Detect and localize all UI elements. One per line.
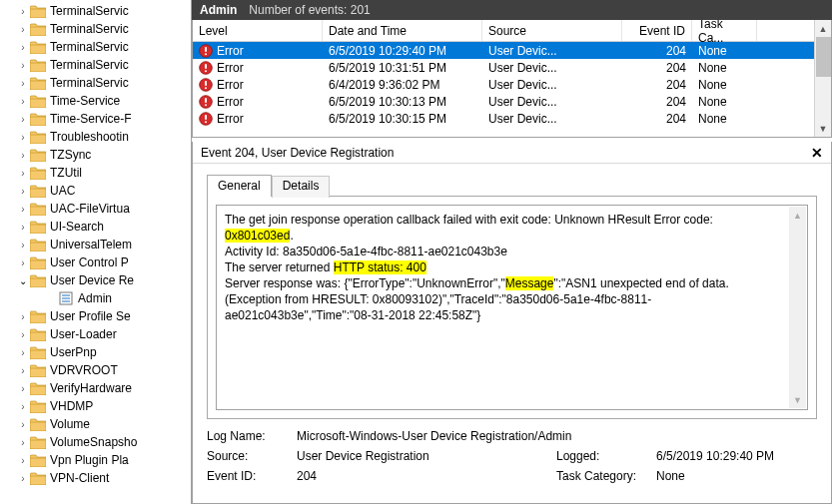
chevron-right-icon[interactable]: › [16, 240, 30, 251]
chevron-right-icon[interactable]: › [16, 347, 30, 358]
cell-eventid: 204 [622, 59, 692, 76]
table-row[interactable]: Error6/5/2019 10:31:51 PMUser Devic...20… [193, 59, 831, 76]
cell-source: User Devic... [482, 42, 622, 59]
tree-item[interactable]: ›Volume [0, 415, 191, 433]
chevron-right-icon[interactable]: › [16, 204, 30, 215]
scroll-up-icon[interactable]: ▲ [815, 20, 831, 37]
tree-item[interactable]: ›Troubleshootin [0, 128, 191, 146]
tree-item[interactable]: ›VPN-Client [0, 469, 191, 487]
chevron-right-icon[interactable]: › [16, 168, 30, 179]
folder-icon [30, 273, 46, 287]
tree-item[interactable]: ›VHDMP [0, 397, 191, 415]
chevron-right-icon[interactable]: › [16, 437, 30, 448]
error-icon [199, 44, 213, 58]
scroll-up-icon[interactable]: ▲ [789, 207, 806, 224]
chevron-right-icon[interactable]: › [16, 150, 30, 161]
col-level[interactable]: Level [193, 20, 323, 41]
chevron-right-icon[interactable]: › [16, 329, 30, 340]
tree-sidebar[interactable]: ›TerminalServic›TerminalServic›TerminalS… [0, 0, 192, 504]
tree-item[interactable]: ›TerminalServic [0, 38, 191, 56]
tree-item[interactable]: ›UserPnp [0, 343, 191, 361]
table-row[interactable]: Error6/4/2019 9:36:02 PMUser Devic...204… [193, 76, 831, 93]
tree-item[interactable]: ›UniversalTelem [0, 236, 191, 253]
tree-item[interactable]: ›TerminalServic [0, 20, 191, 38]
tree-item[interactable]: ›User Control P [0, 253, 191, 271]
events-header-row[interactable]: Level Date and Time Source Event ID Task… [193, 20, 831, 42]
chevron-right-icon[interactable]: › [16, 419, 30, 430]
tree-item[interactable]: ›User-Loader [0, 325, 191, 343]
tree-item[interactable]: ›Time-Service [0, 92, 191, 110]
chevron-right-icon[interactable]: › [16, 24, 30, 35]
tree-item[interactable]: ›UI-Search [0, 218, 191, 236]
cell-level-text: Error [217, 44, 244, 58]
tree-item-label: Volume [48, 417, 90, 431]
chevron-right-icon[interactable]: › [16, 78, 30, 89]
tree-item[interactable]: ›TZUtil [0, 164, 191, 182]
chevron-right-icon[interactable]: › [16, 186, 30, 197]
close-icon[interactable]: ✕ [811, 145, 823, 161]
event-message[interactable]: The get join response operation callback… [216, 205, 808, 410]
folder-icon [30, 40, 46, 54]
tree-item[interactable]: ›VerifyHardware [0, 379, 191, 397]
col-date[interactable]: Date and Time [323, 20, 482, 41]
tree-item-label: VHDMP [48, 399, 93, 413]
chevron-right-icon[interactable]: › [16, 114, 30, 125]
chevron-down-icon[interactable]: ⌄ [16, 275, 30, 286]
tab-general[interactable]: General [207, 175, 272, 197]
chevron-right-icon[interactable]: › [16, 455, 30, 466]
meta-taskcat-value: None [656, 469, 817, 483]
tree-item[interactable]: ›TZSync [0, 146, 191, 164]
chevron-right-icon[interactable]: › [16, 222, 30, 233]
tree-item[interactable]: ›Time-Service-F [0, 110, 191, 128]
chevron-right-icon[interactable]: › [16, 401, 30, 412]
tree-item-admin[interactable]: Admin [0, 289, 191, 307]
cell-level-text: Error [217, 78, 244, 92]
cell-taskcat: None [692, 93, 757, 110]
col-source[interactable]: Source [482, 20, 622, 41]
table-row[interactable]: Error6/5/2019 10:29:40 PMUser Devic...20… [193, 42, 831, 59]
table-row[interactable]: Error6/5/2019 10:30:15 PMUser Devic...20… [193, 110, 831, 127]
tree-item[interactable]: ⌄User Device Re [0, 271, 191, 289]
meta-logged-value: 6/5/2019 10:29:40 PM [656, 449, 817, 463]
chevron-right-icon[interactable]: › [16, 383, 30, 394]
tree-item[interactable]: ›VolumeSnapsho [0, 433, 191, 451]
folder-icon [30, 345, 46, 359]
tree-item[interactable]: ›TerminalServic [0, 56, 191, 74]
tree-item-label: User Device Re [48, 273, 134, 287]
table-row[interactable]: Error6/5/2019 10:30:13 PMUser Devic...20… [193, 93, 831, 110]
message-scrollbar[interactable]: ▲ ▼ [789, 207, 806, 408]
tree-item[interactable]: ›UAC-FileVirtua [0, 200, 191, 218]
col-eventid[interactable]: Event ID [622, 20, 692, 41]
folder-icon [30, 4, 46, 18]
msg-text: Server response was: {"ErrorType":"Unkno… [225, 276, 505, 290]
cell-level: Error [193, 110, 323, 127]
chevron-right-icon[interactable]: › [16, 311, 30, 322]
col-taskcat[interactable]: Task Ca... [692, 20, 757, 41]
event-details-pane: Event 204, User Device Registration ✕ Ge… [192, 142, 832, 504]
chevron-right-icon[interactable]: › [16, 132, 30, 143]
chevron-right-icon[interactable]: › [16, 257, 30, 268]
tree-item-label: TerminalServic [48, 76, 129, 90]
scroll-down-icon[interactable]: ▼ [789, 391, 806, 408]
chevron-right-icon[interactable]: › [16, 365, 30, 376]
scroll-thumb[interactable] [816, 37, 831, 77]
chevron-right-icon[interactable]: › [16, 42, 30, 53]
events-scrollbar[interactable]: ▲ ▼ [814, 20, 831, 137]
tree-item[interactable]: ›User Profile Se [0, 307, 191, 325]
tree-item[interactable]: ›VDRVROOT [0, 361, 191, 379]
cell-date: 6/5/2019 10:29:40 PM [323, 42, 482, 59]
tree-item[interactable]: ›UAC [0, 182, 191, 200]
chevron-right-icon[interactable]: › [16, 96, 30, 107]
svg-rect-18 [205, 121, 207, 123]
main-panel: Admin Number of events: 201 Level Date a… [192, 0, 832, 504]
tree-item[interactable]: ›TerminalServic [0, 74, 191, 92]
error-icon [199, 112, 213, 126]
scroll-down-icon[interactable]: ▼ [815, 120, 831, 137]
chevron-right-icon[interactable]: › [16, 60, 30, 71]
chevron-right-icon[interactable]: › [16, 6, 30, 17]
tab-details[interactable]: Details [272, 176, 331, 198]
chevron-right-icon[interactable]: › [16, 473, 30, 484]
tree-item[interactable]: ›Vpn Plugin Pla [0, 451, 191, 469]
tree-item[interactable]: ›TerminalServic [0, 2, 191, 20]
cell-level: Error [193, 76, 323, 93]
